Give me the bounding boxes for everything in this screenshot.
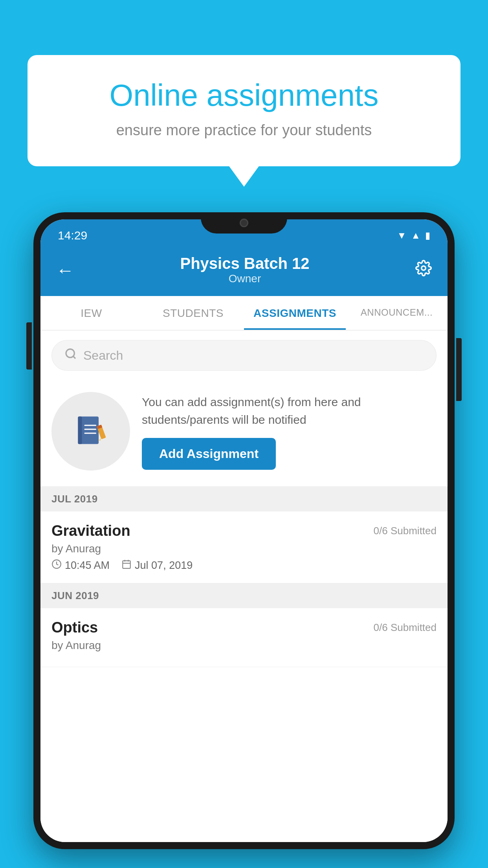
notch-camera [240,219,248,227]
assignment-name-optics: Optics [51,619,98,636]
signal-icon: ▲ [411,230,420,241]
back-button[interactable]: ← [56,259,74,281]
meta-date: Jul 07, 2019 [121,559,193,572]
add-assignment-right: You can add assignment(s) from here and … [142,393,437,470]
header-title: Physics Batch 12 [74,255,415,272]
content-area: Search [40,331,448,842]
assignment-item-header: Gravitation 0/6 Submitted [51,522,437,539]
phone-outer: 14:29 ▼ ▲ ▮ ← Physics Batch 12 Owner [33,212,455,849]
assignment-time: 10:45 AM [65,559,110,572]
assignment-submitted: 0/6 Submitted [374,525,437,537]
assignment-date: Jul 07, 2019 [135,559,193,572]
tab-students[interactable]: STUDENTS [142,296,244,330]
search-placeholder: Search [83,348,123,363]
calendar-icon [121,559,132,572]
svg-line-2 [73,356,75,359]
battery-icon: ▮ [425,230,430,241]
svg-point-1 [66,349,74,357]
header-center: Physics Batch 12 Owner [74,255,415,285]
assignment-submitted-optics: 0/6 Submitted [374,622,437,634]
phone-screen: 14:29 ▼ ▲ ▮ ← Physics Batch 12 Owner [40,219,448,842]
speech-bubble: Online assignments ensure more practice … [28,55,460,166]
assignment-item-gravitation[interactable]: Gravitation 0/6 Submitted by Anurag [40,511,448,583]
settings-icon[interactable] [415,260,432,280]
speech-bubble-subtitle: ensure more practice for your students [55,122,433,139]
meta-time: 10:45 AM [51,559,110,572]
search-bar[interactable]: Search [51,340,437,371]
assignment-meta: 10:45 AM Jul 07, 201 [51,559,437,572]
assignment-item-optics[interactable]: Optics 0/6 Submitted by Anurag [40,608,448,667]
notebook-icon [71,412,110,451]
tab-iew[interactable]: IEW [40,296,142,330]
speech-bubble-title: Online assignments [55,79,433,112]
tab-assignments[interactable]: ASSIGNMENTS [244,296,346,330]
tab-bar: IEW STUDENTS ASSIGNMENTS ANNOUNCEM... [40,296,448,331]
app-header: ← Physics Batch 12 Owner [40,248,448,296]
svg-point-0 [422,266,426,270]
status-icons: ▼ ▲ ▮ [397,230,430,241]
section-header-jun: JUN 2019 [40,583,448,608]
add-assignment-button[interactable]: Add Assignment [142,438,276,470]
assignment-name: Gravitation [51,522,130,539]
add-assignment-section: You can add assignment(s) from here and … [40,380,448,487]
phone-wrapper: 14:29 ▼ ▲ ▮ ← Physics Batch 12 Owner [33,212,455,868]
assignment-by-optics: by Anurag [51,639,437,652]
speech-bubble-container: Online assignments ensure more practice … [28,55,460,166]
wifi-icon: ▼ [397,230,406,241]
add-assignment-description: You can add assignment(s) from here and … [142,393,437,428]
section-header-jul: JUL 2019 [40,487,448,511]
search-icon [64,348,77,363]
assignment-icon-circle [51,392,130,471]
clock-icon [51,559,62,572]
status-time: 14:29 [58,229,87,242]
phone-notch [201,212,287,234]
assignment-item-optics-header: Optics 0/6 Submitted [51,619,437,636]
tab-announcements[interactable]: ANNOUNCEM... [346,296,448,330]
header-subtitle: Owner [74,272,415,285]
svg-rect-12 [123,561,130,568]
svg-marker-9 [99,438,101,441]
svg-rect-4 [78,417,82,444]
assignment-by: by Anurag [51,542,437,555]
